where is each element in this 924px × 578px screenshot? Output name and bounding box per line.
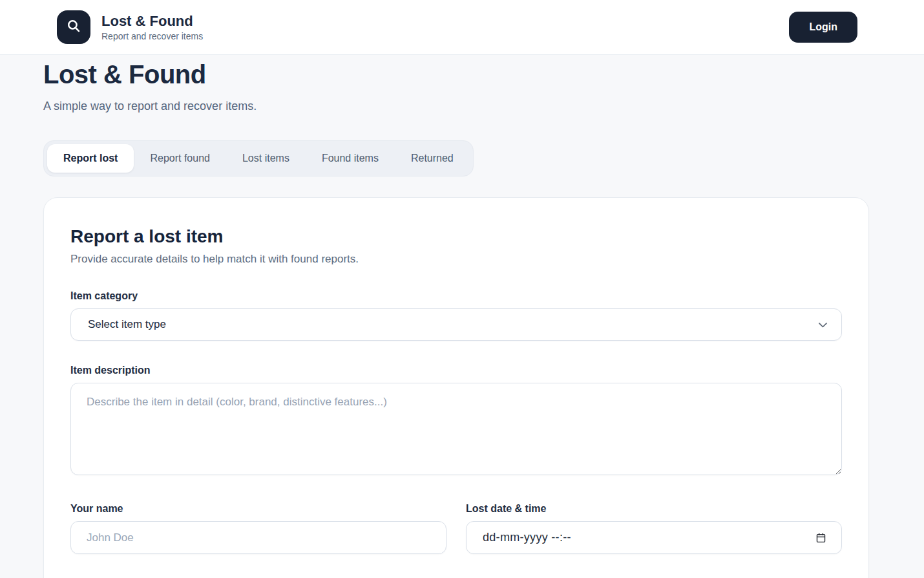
- page-subtitle: A simple way to report and recover items…: [43, 100, 869, 113]
- search-icon: [65, 17, 82, 37]
- item-description-label: Item description: [70, 365, 842, 376]
- item-category-select[interactable]: Select item type: [70, 308, 842, 341]
- tab-returned[interactable]: Returned: [395, 144, 470, 173]
- your-name-field: Your name: [70, 503, 446, 554]
- form-row: Your name Lost date & time dd-mm-yyyy --…: [70, 503, 842, 554]
- brand: Lost & Found Report and recover items: [57, 10, 203, 44]
- app-logo: [57, 10, 90, 44]
- brand-text: Lost & Found Report and recover items: [101, 12, 203, 42]
- chevron-down-icon: [819, 318, 827, 331]
- form-title: Report a lost item: [70, 226, 842, 247]
- form-subtitle: Provide accurate details to help match i…: [70, 253, 842, 266]
- tab-report-lost[interactable]: Report lost: [47, 144, 134, 173]
- app-header: Lost & Found Report and recover items Lo…: [0, 0, 924, 55]
- tab-found-items[interactable]: Found items: [306, 144, 395, 173]
- your-name-input[interactable]: [70, 521, 446, 554]
- tab-report-found[interactable]: Report found: [134, 144, 226, 173]
- login-button[interactable]: Login: [789, 12, 857, 43]
- page-title: Lost & Found: [43, 60, 869, 89]
- lost-datetime-value: dd-mm-yyyy --:--: [483, 531, 571, 544]
- brand-subtitle: Report and recover items: [101, 30, 203, 42]
- tab-bar: Report lost Report found Lost items Foun…: [43, 140, 474, 177]
- lost-datetime-field: Lost date & time dd-mm-yyyy --:--: [466, 503, 842, 554]
- report-lost-card: Report a lost item Provide accurate deta…: [43, 197, 869, 578]
- lost-datetime-input[interactable]: dd-mm-yyyy --:--: [466, 521, 842, 554]
- calendar-icon[interactable]: [815, 532, 826, 544]
- lost-datetime-label: Lost date & time: [466, 503, 842, 515]
- main-content: Lost & Found A simple way to report and …: [43, 55, 869, 578]
- item-category-selected-value: Select item type: [88, 318, 166, 331]
- tab-lost-items[interactable]: Lost items: [226, 144, 306, 173]
- your-name-label: Your name: [70, 503, 446, 515]
- brand-title: Lost & Found: [101, 12, 203, 30]
- item-description-textarea[interactable]: [70, 383, 842, 475]
- item-category-label: Item category: [70, 290, 842, 302]
